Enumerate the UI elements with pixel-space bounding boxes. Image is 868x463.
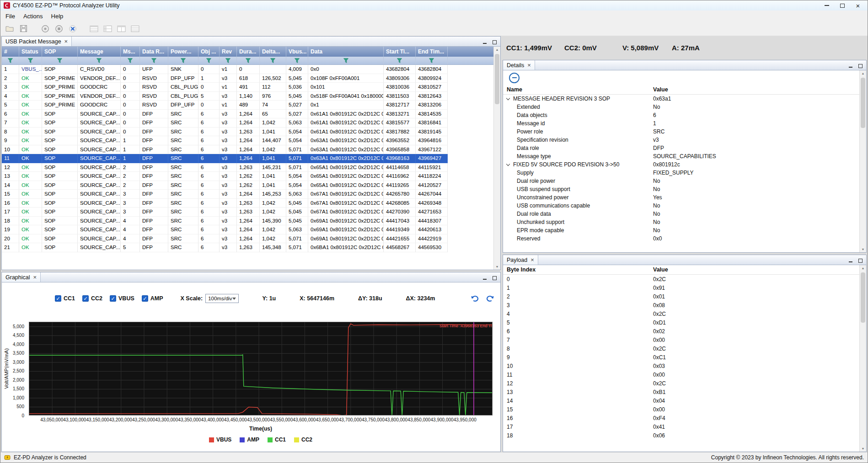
payload-row[interactable]: 180x06 (503, 431, 859, 440)
payload-row[interactable]: 140x04 (503, 396, 859, 405)
packet-row[interactable]: 10OKSOPSOURCE_CAP...1DFPSRC6v31,2641,042… (2, 145, 493, 154)
packet-row[interactable]: 3OKSOP_PRIMEGOODCRC0RSVDCBL_PLUG0v149111… (2, 83, 493, 92)
details-row[interactable]: Reserved0x0 (503, 234, 859, 243)
packet-row[interactable]: 5OKSOP_PRIMEGOODCRC0RSVDDFP_UFP0v1489745… (2, 101, 493, 110)
payload-row[interactable]: 10x91 (503, 283, 859, 292)
menu-file[interactable]: File (1, 12, 19, 21)
column-filter[interactable] (237, 57, 260, 64)
column-filter[interactable] (308, 57, 384, 64)
payload-row[interactable]: 50xD1 (503, 318, 859, 327)
scroll-down-icon[interactable]: ▼ (494, 265, 500, 268)
packet-row[interactable]: 6OKSOPSOURCE_CAP...0DFPSRC6v31,264655,02… (2, 110, 493, 119)
menu-help[interactable]: Help (47, 12, 68, 21)
payload-scrollbar[interactable]: ▲ ▼ (859, 265, 866, 452)
scroll-up-icon[interactable]: ▲ (860, 266, 866, 270)
packet-row[interactable]: 13OKSOPSOURCE_CAP...2DFPSRC6v31,2621,041… (2, 172, 493, 181)
packet-row[interactable]: 20OKSOPSOURCE_CAP...4DFPSRC6v31,2641,042… (2, 234, 493, 244)
column-header[interactable]: Power... (168, 47, 198, 57)
column-header[interactable]: SOP (42, 47, 78, 57)
column-filter[interactable] (220, 57, 237, 64)
column-header[interactable]: Start Ti... (384, 47, 416, 57)
column-filter[interactable] (2, 57, 19, 64)
clear-capture-button[interactable] (67, 23, 78, 34)
checkbox-cc1[interactable]: ✓CC1 (55, 295, 75, 302)
packet-row[interactable]: 14OKSOPSOURCE_CAP...2DFPSRC6v31,2621,041… (2, 181, 493, 190)
chart-plot-area[interactable]: Start Time :43968163 End Ti (29, 322, 493, 415)
details-row[interactable]: SupplyFIXED_SUPPLY (503, 169, 859, 177)
panel-min-button[interactable] (482, 274, 488, 281)
view-table-1-button[interactable] (88, 23, 100, 34)
column-header[interactable]: Dura... (237, 47, 260, 57)
details-row[interactable]: Power roleSRC (503, 128, 859, 136)
column-filter[interactable] (168, 57, 198, 64)
packet-row[interactable]: 16OKSOPSOURCE_CAP...3DFPSRC6v31,2631,042… (2, 199, 493, 208)
undo-zoom-button[interactable] (469, 293, 481, 303)
details-row[interactable]: Data roleDFP (503, 144, 859, 152)
packet-row[interactable]: 1VBUS_...SOPC_RSVD00UFPSNK0v104,0090x043… (2, 65, 493, 74)
packet-row[interactable]: 17OKSOPSOURCE_CAP...3DFPSRC6v31,2631,042… (2, 208, 493, 217)
details-row[interactable]: MESSAGE HEADER REVISION 3 SOP0x63a1 (503, 95, 859, 103)
packet-row[interactable]: 2OKSOP_PRIMEVENDOR_DEF...0RSVDDFP_UFP1v3… (2, 74, 493, 83)
checkbox-cc2[interactable]: ✓CC2 (82, 295, 102, 302)
checkbox-vbus[interactable]: ✓VBUS (110, 295, 134, 302)
payload-row[interactable]: 150x00 (503, 405, 859, 414)
column-filter[interactable] (140, 57, 168, 64)
scrollbar-thumb[interactable] (861, 78, 865, 128)
payload-row[interactable]: 110x00 (503, 370, 859, 379)
column-filter[interactable] (198, 57, 220, 64)
packet-row[interactable]: 4OKSOP_PRIMEVENDOR_DEF...0RSVDCBL_PLUG5v… (2, 92, 493, 101)
collapse-all-button[interactable] (509, 73, 520, 83)
tab-close-icon[interactable]: × (527, 62, 531, 69)
column-filter[interactable] (42, 57, 78, 64)
column-header[interactable]: Status (19, 47, 42, 57)
packet-row[interactable]: 21OKSOPSOURCE_CAP...5DFPSRC6v31,263145,3… (2, 243, 493, 252)
details-row[interactable]: USB communications capableNo (503, 202, 859, 210)
start-capture-button[interactable] (39, 23, 51, 34)
scroll-up-icon[interactable]: ▲ (494, 48, 500, 51)
payload-row[interactable]: 40x2C (503, 309, 859, 318)
column-header[interactable]: Obj ... (198, 47, 220, 57)
scrollbar-thumb[interactable] (861, 272, 865, 323)
panel-max-button[interactable] (857, 257, 863, 263)
packet-row[interactable]: 18OKSOPSOURCE_CAP...4DFPSRC6v31,264145,3… (2, 217, 493, 226)
panel-maximize-button[interactable] (491, 38, 498, 45)
payload-row[interactable]: 20x01 (503, 292, 859, 301)
payload-row[interactable]: 130xB1 (503, 388, 859, 396)
redo-zoom-button[interactable] (484, 293, 496, 303)
details-row[interactable]: Unconstrained powerYes (503, 193, 859, 202)
stop-capture-button[interactable] (53, 23, 64, 34)
tab-usb-packet-message[interactable]: USB Packet Message × (2, 37, 72, 46)
details-row[interactable]: Unchunked supportNo (503, 218, 859, 226)
column-filter[interactable] (416, 57, 448, 64)
details-row[interactable]: USB suspend supportNo (503, 185, 859, 193)
chevron-down-icon[interactable] (506, 96, 510, 100)
payload-row[interactable]: 100x03 (503, 362, 859, 370)
scroll-up-icon[interactable]: ▲ (860, 72, 866, 75)
packet-row[interactable]: 7OKSOPSOURCE_CAP...0DFPSRC6v31,2641,0425… (2, 118, 493, 128)
menu-actions[interactable]: Actions (19, 12, 47, 21)
xscale-select[interactable]: 100ms/div (205, 294, 238, 303)
details-row[interactable]: Dual role dataNo (503, 210, 859, 218)
packet-table-scrollbar[interactable]: ▲ ▼ (493, 47, 500, 270)
details-row[interactable]: FIXED 5V SOURCE PDO REVISION 3->500x8019… (503, 160, 859, 169)
minimize-button[interactable] (819, 1, 835, 10)
column-filter[interactable] (121, 57, 140, 64)
packet-row[interactable]: 11OKSOPSOURCE_CAP...1DFPSRC6v31,2641,041… (2, 154, 493, 163)
tab-payload[interactable]: Payload × (503, 255, 538, 265)
column-header[interactable]: Rev (220, 47, 237, 57)
tab-close-icon[interactable]: × (64, 38, 68, 45)
column-filter[interactable] (19, 57, 42, 64)
column-header[interactable]: Data R... (140, 47, 168, 57)
column-filter[interactable] (286, 57, 308, 64)
payload-row[interactable]: 160xF4 (503, 414, 859, 422)
tab-close-icon[interactable]: × (530, 256, 534, 263)
column-filter[interactable] (260, 57, 286, 64)
details-scrollbar[interactable]: ▲ ▼ (859, 70, 866, 252)
view-table-3-button[interactable] (116, 23, 127, 34)
column-header[interactable]: Vbus... (286, 47, 308, 57)
save-file-button[interactable] (18, 23, 29, 34)
payload-row[interactable]: 30x08 (503, 301, 859, 309)
maximize-button[interactable] (835, 1, 850, 10)
panel-min-button[interactable] (847, 62, 854, 69)
panel-minimize-button[interactable] (482, 38, 488, 45)
